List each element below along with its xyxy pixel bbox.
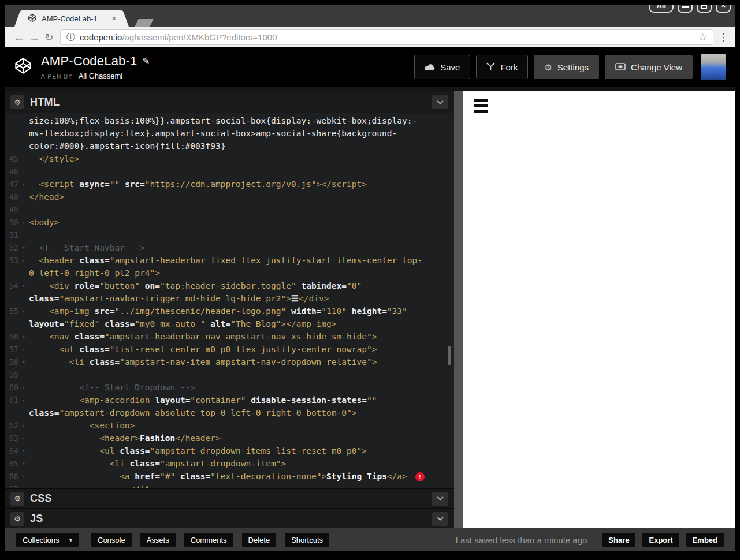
browser-menu-icon[interactable]: ⋮ [718, 31, 728, 43]
code-row: ms-flexbox;display:flex}.ampstart-social… [5, 127, 454, 140]
forward-icon[interactable]: → [27, 32, 42, 43]
line-number: 57 [5, 343, 18, 356]
line-number: 53 [5, 254, 18, 267]
assets-button[interactable]: Assets [140, 533, 176, 547]
fold-arrow-icon[interactable]: ▾ [18, 470, 29, 483]
browser-tab-bar: AMP-CodeLab-1 ✕ Ali ✕ [5, 5, 735, 27]
fold-arrow-icon[interactable]: ▾ [18, 279, 29, 292]
line-number: 49 [5, 203, 18, 216]
line-number: 63 [5, 432, 18, 445]
fork-button[interactable]: Fork [476, 55, 528, 79]
fold-arrow-icon[interactable]: ▾ [18, 216, 29, 229]
html-collapse-button[interactable] [432, 95, 448, 109]
console-button[interactable]: Console [91, 533, 132, 547]
line-number: 45 [5, 152, 18, 165]
browser-tab[interactable]: AMP-CodeLab-1 ✕ [22, 10, 121, 27]
window-controls: Ali ✕ [649, 5, 731, 13]
code-area[interactable]: size:100%;flex-basis:100%}}.ampstart-soc… [5, 113, 454, 488]
code-row: 59 [5, 368, 454, 381]
minimize-button[interactable] [678, 5, 693, 13]
author-link[interactable]: Ali Ghassemi [79, 72, 123, 80]
avatar[interactable] [701, 54, 726, 80]
css-panel-header[interactable]: ⚙ CSS [5, 488, 454, 508]
html-panel-header[interactable]: ⚙ HTML [5, 91, 454, 113]
fold-arrow-icon[interactable]: ▾ [18, 483, 29, 488]
minimize-icon [682, 6, 689, 8]
line-number [5, 406, 18, 419]
browser-user-button[interactable]: Ali [649, 5, 674, 13]
back-icon[interactable]: ← [12, 32, 27, 43]
code-row: 57▾ <ul class="list-reset center m0 p0 f… [5, 343, 454, 356]
embed-button[interactable]: Embed [686, 533, 724, 547]
byline: A PEN BY Ali Ghassemi [41, 70, 150, 81]
line-number [5, 267, 18, 279]
hamburger-menu-icon[interactable] [474, 99, 488, 113]
codepen-logo[interactable] [14, 57, 32, 77]
export-button[interactable]: Export [642, 533, 679, 547]
tab-close-icon[interactable]: ✕ [111, 15, 117, 23]
fold-gutter [18, 267, 29, 279]
byline-prefix: A PEN BY [41, 73, 73, 80]
html-settings-gear-icon[interactable]: ⚙ [10, 95, 24, 109]
edit-pencil-icon[interactable]: ✎ [142, 56, 150, 66]
fold-gutter [18, 318, 29, 330]
reload-icon[interactable]: ↻ [42, 32, 57, 43]
fold-arrow-icon[interactable]: ▾ [18, 419, 29, 432]
fold-arrow-icon[interactable]: ▾ [18, 254, 29, 267]
fold-arrow-icon[interactable]: ▾ [18, 330, 29, 343]
panel-resize-divider[interactable] [454, 91, 463, 528]
fold-arrow-icon[interactable]: ▾ [18, 381, 29, 394]
editor-scrollbar[interactable] [448, 346, 451, 365]
info-icon[interactable]: ⓘ [66, 32, 75, 43]
gear-icon: ⚙ [544, 63, 552, 72]
error-icon[interactable]: ! [415, 472, 425, 481]
js-settings-gear-icon[interactable]: ⚙ [10, 512, 24, 526]
js-panel-label: JS [30, 513, 43, 525]
fold-arrow-icon[interactable]: ▾ [18, 241, 29, 254]
bookmark-star-icon[interactable]: ☆ [698, 31, 707, 43]
pen-title-block: AMP-CodeLab-1 ✎ A PEN BY Ali Ghassemi [41, 54, 150, 81]
tab-title: AMP-CodeLab-1 [42, 14, 108, 23]
fold-arrow-icon[interactable]: ▾ [18, 178, 29, 191]
delete-button[interactable]: Delete [242, 533, 277, 547]
fold-gutter [18, 203, 29, 216]
fold-gutter [18, 114, 29, 127]
fold-gutter [18, 229, 29, 241]
code-row: 49 [5, 203, 454, 216]
js-collapse-button[interactable] [432, 512, 448, 526]
fold-arrow-icon[interactable]: ▾ [18, 432, 29, 445]
fold-arrow-icon[interactable]: ▾ [18, 356, 29, 368]
url-text: codepen.io/aghassemi/pen/XMKbGP?editors=… [80, 32, 277, 42]
fold-arrow-icon[interactable]: ▾ [18, 343, 29, 356]
fold-arrow-icon[interactable]: ▾ [18, 457, 29, 470]
code-row: layout="fixed" class="my0 mx-auto " alt=… [5, 318, 454, 330]
share-button[interactable]: Share [602, 533, 635, 547]
settings-label: Settings [557, 62, 589, 72]
line-number [5, 292, 18, 305]
line-number: 51 [5, 229, 18, 241]
comments-button[interactable]: Comments [184, 533, 233, 547]
code-row: 60▾ <!-- Start Dropdown --> [5, 381, 454, 394]
close-button[interactable]: ✕ [716, 5, 731, 13]
fold-arrow-icon[interactable]: ▾ [18, 305, 29, 318]
address-bar[interactable]: ⓘ codepen.io/aghassemi/pen/XMKbGP?editor… [60, 29, 713, 45]
code-row: color:#000}.ampstart-icon{fill:#003f93} [5, 140, 454, 152]
fold-arrow-icon[interactable]: ▾ [18, 445, 29, 457]
css-collapse-button[interactable] [432, 492, 448, 506]
css-settings-gear-icon[interactable]: ⚙ [10, 492, 24, 506]
cloud-icon [425, 62, 435, 72]
line-number: 64 [5, 445, 18, 457]
save-button[interactable]: Save [414, 55, 470, 79]
collections-dropdown[interactable]: Collections ▾ [16, 533, 79, 547]
js-panel-header[interactable]: ⚙ JS [5, 508, 454, 528]
line-number: 62 [5, 419, 18, 432]
shortcuts-button[interactable]: Shortcuts [285, 533, 329, 547]
maximize-button[interactable] [697, 5, 712, 13]
code-row: 52▾ <!-- Start Navbar --> [5, 241, 454, 254]
new-tab-button[interactable] [134, 19, 153, 27]
fold-arrow-icon[interactable]: ▾ [18, 394, 29, 406]
line-number: 54 [5, 279, 18, 292]
view-icon [615, 62, 626, 72]
settings-button[interactable]: ⚙ Settings [534, 55, 599, 79]
change-view-button[interactable]: Change View [605, 55, 693, 79]
